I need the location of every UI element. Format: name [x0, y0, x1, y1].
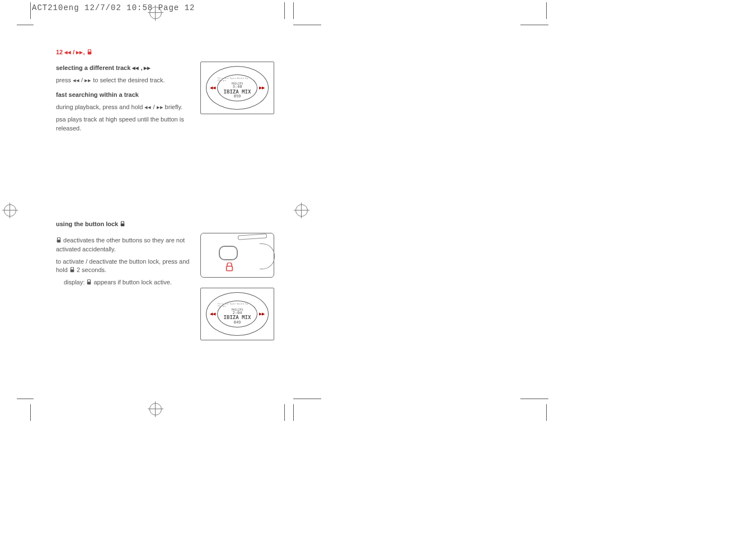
section-heading: fast searching within a track	[56, 91, 190, 100]
manual-page-left: 12 ◂◂ / ▸▸, selecting a different track …	[56, 25, 280, 400]
svg-rect-4	[87, 282, 91, 285]
rewind-icon: ◀◀	[210, 86, 215, 90]
lock-icon	[69, 267, 75, 273]
crop-mark	[546, 2, 547, 19]
svg-rect-1	[121, 223, 125, 226]
page-header: 12 ◂◂ / ▸▸,	[56, 49, 280, 56]
svg-rect-0	[87, 51, 91, 54]
lock-icon	[56, 237, 62, 243]
body-text: display: appears if button lock active.	[56, 278, 190, 287]
svg-rect-3	[71, 270, 74, 273]
registration-mark	[4, 204, 16, 217]
body-text: press ◂◂ / ▸▸ to select the desired trac…	[56, 76, 190, 85]
registration-mark	[149, 403, 162, 415]
manual-page-right	[313, 25, 537, 400]
device-illustration	[200, 233, 274, 278]
crop-mark	[546, 404, 547, 421]
forward-icon: ▶▶	[259, 86, 265, 90]
device-illustration: ◀◀ ▶▶ Personal Sport Audio by Philips PH…	[200, 288, 274, 340]
crop-mark	[284, 404, 285, 421]
body-text: psa plays track at high speed until the …	[56, 115, 190, 133]
svg-rect-2	[57, 240, 61, 242]
lock-icon	[87, 49, 92, 55]
section-heading: selecting a different track ◂◂ , ▸▸	[56, 64, 190, 73]
lock-icon	[226, 263, 233, 271]
svg-rect-5	[227, 266, 233, 270]
crop-mark	[17, 25, 34, 25]
print-slug: ACT210eng 12/7/02 10:58 Page 12	[32, 3, 195, 12]
body-text: during playback, press and hold ◂◂ / ▸▸ …	[56, 103, 190, 112]
lock-icon	[120, 221, 125, 227]
lock-icon	[86, 279, 92, 285]
body-text: deactivates the other buttons so they ar…	[56, 236, 190, 254]
crop-mark	[30, 404, 31, 421]
body-text: to activate / deactivate the button lock…	[56, 257, 190, 275]
crop-mark	[17, 399, 34, 399]
crop-mark	[293, 404, 294, 421]
crop-mark	[30, 2, 31, 19]
registration-mark	[149, 7, 162, 19]
registration-mark	[295, 204, 308, 217]
section-heading: using the button lock	[56, 221, 280, 227]
rewind-icon: ◀◀	[210, 312, 215, 316]
crop-mark	[293, 2, 294, 19]
forward-icon: ▶▶	[259, 312, 265, 316]
crop-mark	[284, 2, 285, 19]
device-illustration: ◀◀ ▶▶ Personal Sport Audio by Philips PH…	[200, 62, 274, 114]
